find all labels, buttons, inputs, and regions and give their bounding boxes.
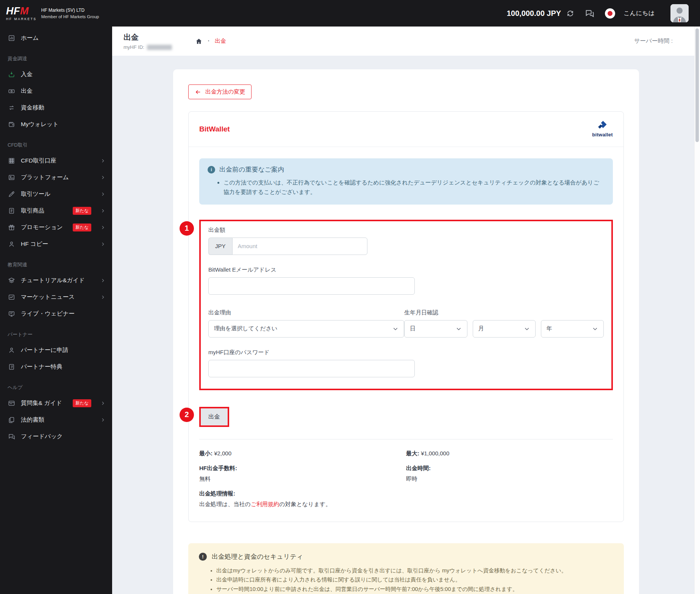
sidebar-item-tutorials[interactable]: チュートリアル&ガイド [0,272,112,289]
sidebar-item-label: 入金 [21,70,105,78]
layers-icon [8,277,16,284]
sidebar-item-live-webinars[interactable]: ライブ・ウェビナー [0,305,112,322]
chevron-right-icon [100,175,105,180]
warning-icon: ! [199,553,207,561]
sidebar-item-label: 出金 [21,87,105,95]
dob-year-select[interactable]: 年 [541,320,604,338]
sidebar-item-feedback[interactable]: フィードバック [0,428,112,445]
divider [199,439,613,439]
max-label: 最大: [406,450,419,456]
withdrawal-reason-label: 出金理由 [208,309,404,316]
myhf-id-redacted [147,45,172,50]
fee-info: HF出金手数料: 無料 [199,465,406,483]
sidebar-item-cfd-accounts[interactable]: CFD取引口座 [0,152,112,169]
sidebar-item-platforms[interactable]: プラットフォーム [0,169,112,186]
sidebar-item-hf-copy[interactable]: HF コピー [0,236,112,252]
terms-link[interactable]: ご利用規約 [251,501,279,507]
back-arrow-icon [195,89,202,95]
grid-icon [8,157,16,165]
dob-day-select[interactable]: 日 [404,320,467,338]
sidebar-item-faq[interactable]: 質問集& ガイド 新たな [0,395,112,411]
sidebar-item-partner-benefits[interactable]: パートナー特典 [0,358,112,375]
dob-selects-row: 日 月 年 [404,320,604,338]
logo-caption: HF MARKETS [6,17,37,21]
withdraw-icon [8,87,16,95]
withdrawal-page-card: 出金方法の変更 BitWallet bitwallet i [173,69,639,594]
email-field-block: BitWallet Eメールアドレス [208,266,604,295]
legal-documents-icon [8,416,16,424]
withdraw-submit-button[interactable]: 出金 [201,408,228,425]
chevron-right-icon [100,278,105,283]
new-badge: 新たな [73,224,91,231]
withdrawal-reason-select[interactable]: 理由を選択してください [208,320,404,338]
bitwallet-email-label: BitWallet Eメールアドレス [208,266,604,274]
bitwallet-email-input[interactable] [208,277,415,295]
sidebar-item-label: Myウォレット [21,120,105,128]
home-dashboard-icon [8,34,16,42]
sidebar-item-trading-products[interactable]: 取引商品 新たな [0,202,112,219]
transfer-icon [8,104,16,112]
reason-dob-row: 出金理由 理由を選択してください 生年月日確認 [208,309,604,338]
sidebar-item-label: ライブ・ウェビナー [21,310,105,318]
hfm-logo-text: HFM [6,6,37,16]
list-document-icon [8,363,16,371]
notice-bullet: この方法での支払いは、不正行為でないことを確認するために強化されたデューデリジェ… [223,178,605,197]
sidebar-item-legal-docs[interactable]: 法的書類 [0,411,112,428]
dob-block: 生年月日確認 日 月 [404,309,604,338]
fee-value: 無料 [199,475,406,483]
bitwallet-mark-icon [597,121,609,131]
brand-logo[interactable]: HFM HF MARKETS HF Markets (SV) LTD Membe… [0,0,112,27]
user-avatar[interactable] [670,4,689,22]
sidebar-item-withdraw[interactable]: 出金 [0,83,112,99]
month-selected-value: 月 [478,325,484,332]
currency-prefix: JPY [208,238,232,255]
new-badge: 新たな [73,399,91,407]
breadcrumb: ・ 出金 [195,38,226,45]
sidebar-item-label: 法的書類 [21,416,95,424]
greeting-text: こんにちは [623,9,655,17]
sidebar-item-promotions[interactable]: プロモーション 新たな [0,219,112,236]
language-flag-japan[interactable] [605,8,615,19]
sidebar-item-home[interactable]: ホーム [0,30,112,46]
scrollbar-track [694,27,700,594]
tools-icon [8,190,16,198]
feedback-chat-icon [8,433,16,441]
processing-sentence: 出金処理は、当社のご利用規約の対象となります。 [199,501,613,508]
sidebar-section-education: 教育関連 [0,252,112,272]
withdrawal-form: 出金額 JPY BitWallet Eメールアドレス [199,220,613,390]
processing-info: 出金処理情報: 出金処理は、当社のご利用規約の対象となります。 [199,490,613,508]
chevron-right-icon [100,295,105,300]
method-card-header: BitWallet bitwallet [189,112,623,147]
page-title: 出金 [123,32,172,42]
refresh-icon[interactable] [566,9,574,17]
info-icon: i [208,166,215,174]
sidebar-item-market-news[interactable]: マーケットニュース [0,289,112,305]
sidebar-item-deposit[interactable]: 入金 [0,66,112,83]
amount-input-group: JPY [208,238,367,255]
min-limit: 最小: ¥2,000 [199,450,406,457]
sidebar-item-partner-apply[interactable]: パートナーに申請 [0,342,112,358]
japan-flag-dot [608,11,612,16]
chevron-down-icon [592,326,598,332]
change-withdrawal-method-button[interactable]: 出金方法の変更 [188,84,252,99]
sidebar-item-trading-tools[interactable]: 取引ツール [0,186,112,202]
amount-input[interactable] [232,238,367,255]
annotated-submit-region: 2 出金 [199,407,613,427]
scrollbar-thumb[interactable] [695,28,699,142]
dob-month-select[interactable]: 月 [473,320,536,338]
sidebar-item-mywallet[interactable]: Myウォレット [0,116,112,133]
myhf-password-input[interactable] [208,360,415,377]
notice-header: i 出金前の重要なご案内 [208,165,605,174]
sidebar-section-funding: 資金調達 [0,46,112,66]
chat-icon[interactable] [585,9,594,18]
warning-header: ! 出金処理と資金のセキュリティ [199,552,613,561]
logo-hf: HF [6,5,20,17]
server-time-label: サーバー時間 : [634,37,689,45]
sidebar-item-transfer[interactable]: 資金移動 [0,99,112,116]
logo-m: M [20,5,29,17]
amount-label: 出金額 [208,227,604,234]
breadcrumb-home-icon[interactable] [195,38,202,45]
warning-bullet: サーバー時間10:00より前に申請された出金は、同営業日のサーバー時間午前7:0… [216,585,613,594]
content-area: 出金方法の変更 BitWallet bitwallet i [112,56,700,594]
breadcrumb-current[interactable]: 出金 [215,38,226,45]
